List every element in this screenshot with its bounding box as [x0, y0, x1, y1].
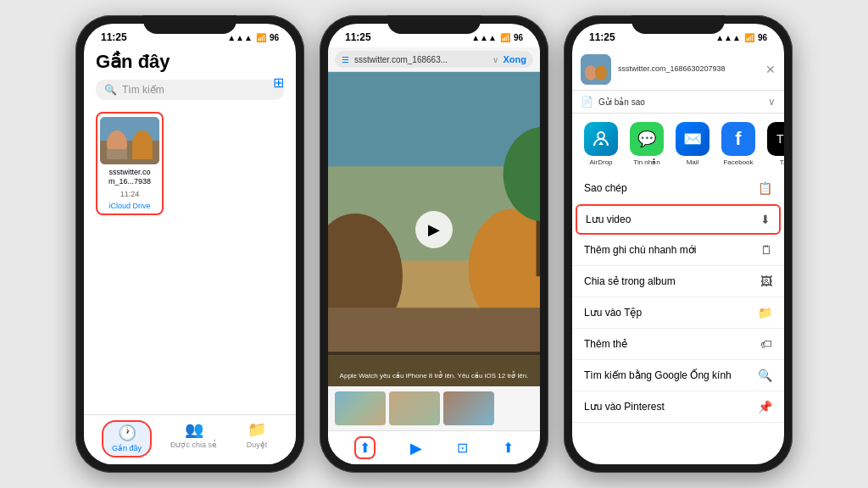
share-app-imessage[interactable]: 💬 Tin nhắn: [626, 122, 667, 166]
recent-icon: 🕐: [118, 424, 136, 442]
menu-pinterest[interactable]: Lưu vào Pinterest 📌: [572, 391, 784, 423]
search-bar[interactable]: 🔍 Tìm kiếm: [96, 80, 284, 100]
menu-google-lens-label: Tìm kiếm bằng Google Ống kính: [584, 369, 732, 381]
mail-icon: ✉️: [676, 122, 709, 156]
menu-pinterest-label: Lưu vào Pinterest: [584, 401, 665, 413]
time-2: 11:25: [345, 31, 371, 43]
copy-icon: 📄: [581, 96, 593, 108]
notch-1: [143, 15, 236, 34]
share-app-facebook[interactable]: f Facebook: [718, 122, 759, 166]
play-button[interactable]: ▶: [415, 211, 453, 248]
url-text: ssstwitter.com_168663...: [354, 55, 487, 64]
files-title: Gần đây: [96, 51, 284, 73]
file-thumbnail: [100, 117, 159, 164]
google-lens-icon: 🔍: [758, 369, 772, 382]
tiktok-icon: TK: [767, 122, 784, 156]
screen-3: 11:25 ▲▲▲ 📶 96 ssstwitter.com_1: [572, 24, 784, 464]
export-button[interactable]: ⬆: [503, 440, 514, 456]
screen-1: 11:25 ▲▲▲ 📶 96 Gần đây ⊞ 🔍 Tìm kiếm: [84, 24, 296, 464]
copy-label: Gửi bản sao: [598, 97, 763, 107]
share-menu-list: Sao chép 📋 Lưu video ⬇ Thêm ghi chú nhan…: [572, 173, 784, 464]
share-app-tiktok[interactable]: TK T...: [764, 122, 784, 166]
phone-2: 11:25 ▲▲▲ 📶 96 ☰ ssstwitter.com_168663..…: [320, 15, 548, 473]
site-icon: [581, 54, 611, 85]
screen-2: 11:25 ▲▲▲ 📶 96 ☰ ssstwitter.com_168663..…: [328, 24, 540, 464]
menu-copy-label: Sao chép: [584, 182, 627, 194]
add-tag-icon: 🏷: [760, 337, 772, 351]
browser-header: ☰ ssstwitter.com_168663... ∨ Xong: [328, 47, 540, 72]
tab-shared-label: Được chia sẻ: [170, 441, 217, 449]
tab-browse[interactable]: 📁 Duyệt: [236, 420, 278, 449]
signal-icon-2: ▲▲▲: [471, 33, 497, 42]
site-name: ssstwitter.com_1686630207938: [618, 64, 759, 75]
time-1: 11:25: [101, 31, 127, 43]
play-pause-button[interactable]: ▶: [410, 439, 422, 458]
phones-container: 11:25 ▲▲▲ 📶 96 Gần đây ⊞ 🔍 Tìm kiếm: [67, 7, 801, 481]
menu-quick-note[interactable]: Thêm ghi chú nhanh mới 🗒: [572, 235, 784, 266]
close-button[interactable]: ✕: [765, 63, 776, 76]
status-icons-3: ▲▲▲ 📶 96: [715, 33, 767, 42]
mail-label: Mail: [687, 158, 699, 166]
svg-rect-4: [107, 149, 127, 159]
file-thumb-inner: [100, 117, 159, 164]
menu-share-album[interactable]: Chia sẻ trong album 🖼: [572, 266, 784, 297]
file-item[interactable]: ssstwitter.co m_16...7938 11:24 iCloud D…: [96, 112, 164, 215]
tab-recent[interactable]: 🕐 Gần đây: [102, 420, 152, 458]
quick-note-icon: 🗒: [760, 243, 772, 257]
airdrop-icon: [584, 122, 618, 156]
signal-icon-3: ▲▲▲: [715, 33, 741, 42]
menu-add-tag[interactable]: Thêm thẻ 🏷: [572, 329, 784, 360]
tab-shared[interactable]: 👥 Được chia sẻ: [170, 420, 217, 449]
menu-copy[interactable]: Sao chép 📋: [572, 173, 784, 204]
video-caption: Apple Watch yêu cầu iPhone 8 trở lên. Yê…: [335, 372, 533, 380]
site-info: ssstwitter.com_1686630207938: [618, 64, 759, 75]
svg-point-18: [598, 132, 604, 139]
svg-point-17: [595, 65, 607, 80]
share-header: ssstwitter.com_1686630207938 ✕: [572, 47, 784, 91]
wifi-icon-3: 📶: [744, 33, 754, 42]
crop-button[interactable]: ⊡: [457, 440, 468, 456]
file-name: ssstwitter.co m_16...7938: [101, 168, 159, 186]
tab-browse-label: Duyệt: [247, 441, 268, 449]
menu-save-files[interactable]: Lưu vào Tệp 📁: [572, 297, 784, 329]
url-bar[interactable]: ☰ ssstwitter.com_168663... ∨ Xong: [335, 51, 533, 68]
status-icons-2: ▲▲▲ 📶 96: [471, 33, 523, 42]
grid-icon[interactable]: ⊞: [273, 75, 284, 91]
thumb-1[interactable]: [335, 391, 386, 425]
phone-1: 11:25 ▲▲▲ 📶 96 Gần đây ⊞ 🔍 Tìm kiếm: [75, 15, 304, 473]
video-player[interactable]: ▶ Apple Watch yêu cầu iPhone 8 trở lên. …: [328, 72, 540, 386]
files-content: ssstwitter.co m_16...7938 11:24 iCloud D…: [84, 105, 296, 414]
menu-add-tag-label: Thêm thẻ: [584, 338, 627, 350]
menu-icon: ☰: [342, 55, 349, 64]
wifi-icon-2: 📶: [500, 33, 510, 42]
dropdown-arrow: ∨: [768, 96, 776, 108]
facebook-label: Facebook: [723, 158, 753, 166]
imessage-icon: 💬: [630, 122, 664, 156]
battery-text-1: 96: [270, 33, 279, 42]
svg-rect-14: [328, 352, 540, 386]
wifi-icon-1: 📶: [256, 33, 266, 42]
menu-share-album-label: Chia sẻ trong album: [584, 275, 676, 287]
tab-bar-1: 🕐 Gần đây 👥 Được chia sẻ 📁 Duyệt: [84, 414, 296, 464]
save-files-icon: 📁: [758, 306, 772, 319]
share-button[interactable]: ⬆: [354, 436, 376, 459]
status-icons-1: ▲▲▲ 📶 96: [227, 33, 279, 42]
menu-google-lens[interactable]: Tìm kiếm bằng Google Ống kính 🔍: [572, 360, 784, 391]
menu-save-video[interactable]: Lưu video ⬇: [576, 204, 781, 235]
save-video-icon: ⬇: [760, 213, 771, 226]
browser-bottom-bar: ⬆ ▶ ⊡ ⬆: [328, 430, 540, 464]
done-button[interactable]: Xong: [504, 54, 527, 64]
share-app-mail[interactable]: ✉️ Mail: [672, 122, 713, 166]
time-3: 11:25: [589, 31, 615, 43]
share-app-airdrop[interactable]: AirDrop: [581, 122, 621, 166]
thumb-3[interactable]: [443, 391, 494, 425]
thumb-2[interactable]: [389, 391, 440, 425]
pinterest-icon: 📌: [758, 400, 772, 413]
copy-row[interactable]: 📄 Gửi bản sao ∨: [572, 91, 784, 114]
battery-text-3: 96: [758, 33, 767, 42]
file-source: iCloud Drive: [108, 202, 150, 210]
menu-save-files-label: Lưu vào Tệp: [584, 307, 642, 319]
video-thumbnails: [328, 386, 540, 430]
facebook-icon: f: [721, 122, 755, 156]
airdrop-label: AirDrop: [589, 158, 612, 166]
